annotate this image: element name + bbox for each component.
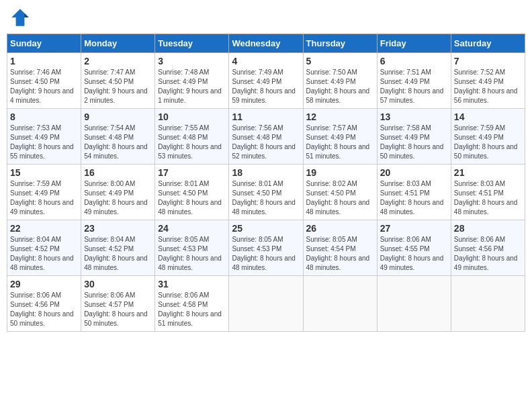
cell-info: Sunrise: 7:49 AMSunset: 4:49 PMDaylight:… [232,68,296,104]
cell-info: Sunrise: 8:06 AMSunset: 4:57 PMDaylight:… [84,291,148,327]
cell-info: Sunrise: 8:03 AMSunset: 4:51 PMDaylight:… [380,180,444,216]
day-number: 15 [10,167,78,178]
calendar-week-5: 29 Sunrise: 8:06 AMSunset: 4:56 PMDaylig… [7,276,525,332]
calendar-cell: 22 Sunrise: 8:04 AMSunset: 4:52 PMDaylig… [7,220,81,276]
day-number: 11 [232,111,300,122]
day-number: 3 [158,56,226,66]
calendar-cell: 13 Sunrise: 7:58 AMSunset: 4:49 PMDaylig… [377,109,451,165]
day-number: 19 [306,167,374,178]
cell-info: Sunrise: 8:00 AMSunset: 4:49 PMDaylight:… [84,180,148,216]
weekday-header-saturday: Saturday [451,34,525,53]
cell-info: Sunrise: 8:01 AMSunset: 4:50 PMDaylight:… [158,180,222,216]
cell-info: Sunrise: 8:01 AMSunset: 4:50 PMDaylight:… [232,180,296,216]
cell-info: Sunrise: 8:05 AMSunset: 4:53 PMDaylight:… [232,236,296,271]
cell-info: Sunrise: 8:06 AMSunset: 4:58 PMDaylight:… [158,291,222,327]
cell-info: Sunrise: 7:58 AMSunset: 4:49 PMDaylight:… [380,124,444,160]
page-header [7,7,525,28]
day-number: 30 [84,279,152,289]
cell-info: Sunrise: 7:59 AMSunset: 4:49 PMDaylight:… [10,180,74,216]
cell-info: Sunrise: 8:02 AMSunset: 4:50 PMDaylight:… [306,180,370,216]
calendar-cell: 6 Sunrise: 7:51 AMSunset: 4:49 PMDayligh… [377,53,451,109]
day-number: 9 [84,111,152,122]
day-number: 5 [306,56,374,66]
cell-info: Sunrise: 8:06 AMSunset: 4:56 PMDaylight:… [10,291,74,327]
calendar-body: 1 Sunrise: 7:46 AMSunset: 4:50 PMDayligh… [7,53,525,332]
weekday-header-friday: Friday [377,34,451,53]
day-number: 6 [380,56,448,66]
cell-info: Sunrise: 7:47 AMSunset: 4:50 PMDaylight:… [84,68,148,104]
calendar-cell: 12 Sunrise: 7:57 AMSunset: 4:49 PMDaylig… [303,109,377,165]
calendar-cell: 2 Sunrise: 7:47 AMSunset: 4:50 PMDayligh… [81,53,155,109]
logo-icon [9,7,31,28]
calendar-cell [303,276,377,332]
calendar-week-4: 22 Sunrise: 8:04 AMSunset: 4:52 PMDaylig… [7,220,525,276]
day-number: 27 [380,223,448,234]
calendar-week-2: 8 Sunrise: 7:53 AMSunset: 4:49 PMDayligh… [7,109,525,165]
day-number: 25 [232,223,300,234]
cell-info: Sunrise: 8:04 AMSunset: 4:52 PMDaylight:… [84,236,148,271]
calendar-cell: 21 Sunrise: 8:03 AMSunset: 4:51 PMDaylig… [451,165,525,220]
calendar-cell: 27 Sunrise: 8:06 AMSunset: 4:55 PMDaylig… [377,220,451,276]
calendar-cell: 18 Sunrise: 8:01 AMSunset: 4:50 PMDaylig… [229,165,303,220]
calendar-cell: 10 Sunrise: 7:55 AMSunset: 4:48 PMDaylig… [155,109,229,165]
cell-info: Sunrise: 8:06 AMSunset: 4:56 PMDaylight:… [454,236,518,271]
day-number: 28 [454,223,522,234]
calendar-cell: 20 Sunrise: 8:03 AMSunset: 4:51 PMDaylig… [377,165,451,220]
day-number: 21 [454,167,522,178]
day-number: 31 [158,279,226,289]
day-number: 16 [84,167,152,178]
calendar-cell: 23 Sunrise: 8:04 AMSunset: 4:52 PMDaylig… [81,220,155,276]
day-number: 24 [158,223,226,234]
cell-info: Sunrise: 7:59 AMSunset: 4:49 PMDaylight:… [454,124,518,160]
calendar-cell: 11 Sunrise: 7:56 AMSunset: 4:48 PMDaylig… [229,109,303,165]
calendar-cell [377,276,451,332]
cell-info: Sunrise: 8:05 AMSunset: 4:54 PMDaylight:… [306,236,370,271]
day-number: 20 [380,167,448,178]
day-number: 10 [158,111,226,122]
cell-info: Sunrise: 7:46 AMSunset: 4:50 PMDaylight:… [10,68,74,104]
calendar-cell: 1 Sunrise: 7:46 AMSunset: 4:50 PMDayligh… [7,53,81,109]
day-number: 12 [306,111,374,122]
cell-info: Sunrise: 8:05 AMSunset: 4:53 PMDaylight:… [158,236,222,271]
cell-info: Sunrise: 8:03 AMSunset: 4:51 PMDaylight:… [454,180,518,216]
calendar-cell: 29 Sunrise: 8:06 AMSunset: 4:56 PMDaylig… [7,276,81,332]
calendar-week-3: 15 Sunrise: 7:59 AMSunset: 4:49 PMDaylig… [7,165,525,220]
calendar-cell: 15 Sunrise: 7:59 AMSunset: 4:49 PMDaylig… [7,165,81,220]
calendar-cell: 7 Sunrise: 7:52 AMSunset: 4:49 PMDayligh… [451,53,525,109]
cell-info: Sunrise: 7:48 AMSunset: 4:49 PMDaylight:… [158,68,222,104]
logo [9,7,34,28]
day-number: 23 [84,223,152,234]
cell-info: Sunrise: 7:50 AMSunset: 4:49 PMDaylight:… [306,68,370,104]
day-number: 18 [232,167,300,178]
calendar-cell: 9 Sunrise: 7:54 AMSunset: 4:48 PMDayligh… [81,109,155,165]
calendar-cell: 28 Sunrise: 8:06 AMSunset: 4:56 PMDaylig… [451,220,525,276]
day-number: 26 [306,223,374,234]
calendar: SundayMondayTuesdayWednesdayThursdayFrid… [7,34,525,332]
calendar-cell: 25 Sunrise: 8:05 AMSunset: 4:53 PMDaylig… [229,220,303,276]
day-number: 13 [380,111,448,122]
cell-info: Sunrise: 7:52 AMSunset: 4:49 PMDaylight:… [454,68,518,104]
day-number: 7 [454,56,522,66]
weekday-header-wednesday: Wednesday [229,34,303,53]
calendar-cell: 24 Sunrise: 8:05 AMSunset: 4:53 PMDaylig… [155,220,229,276]
day-number: 17 [158,167,226,178]
cell-info: Sunrise: 7:51 AMSunset: 4:49 PMDaylight:… [380,68,444,104]
calendar-week-1: 1 Sunrise: 7:46 AMSunset: 4:50 PMDayligh… [7,53,525,109]
calendar-cell [229,276,303,332]
cell-info: Sunrise: 8:06 AMSunset: 4:55 PMDaylight:… [380,236,444,271]
day-number: 2 [84,56,152,66]
calendar-cell [451,276,525,332]
calendar-cell: 17 Sunrise: 8:01 AMSunset: 4:50 PMDaylig… [155,165,229,220]
calendar-cell: 8 Sunrise: 7:53 AMSunset: 4:49 PMDayligh… [7,109,81,165]
calendar-cell: 5 Sunrise: 7:50 AMSunset: 4:49 PMDayligh… [303,53,377,109]
cell-info: Sunrise: 7:54 AMSunset: 4:48 PMDaylight:… [84,124,148,160]
day-number: 4 [232,56,300,66]
calendar-cell: 3 Sunrise: 7:48 AMSunset: 4:49 PMDayligh… [155,53,229,109]
day-number: 1 [10,56,78,66]
weekday-header-sunday: Sunday [7,34,81,53]
day-number: 14 [454,111,522,122]
calendar-cell: 30 Sunrise: 8:06 AMSunset: 4:57 PMDaylig… [81,276,155,332]
cell-info: Sunrise: 7:57 AMSunset: 4:49 PMDaylight:… [306,124,370,160]
day-number: 29 [10,279,78,289]
cell-info: Sunrise: 7:53 AMSunset: 4:49 PMDaylight:… [10,124,74,160]
